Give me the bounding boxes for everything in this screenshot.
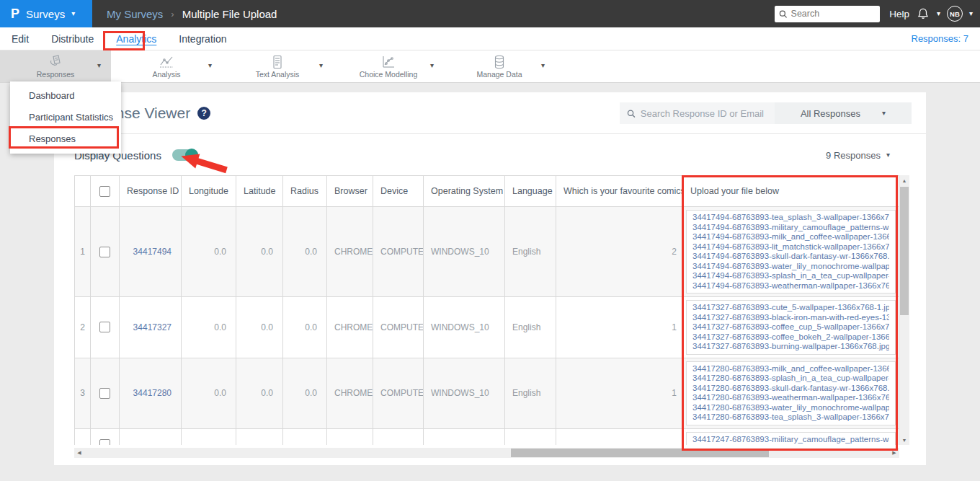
scroll-up-icon[interactable]: ▲ [899, 175, 909, 185]
response-filter-dropdown[interactable]: All Responses ▾ [775, 102, 912, 124]
tab-edit[interactable]: Edit [12, 33, 29, 45]
file-link[interactable]: 34417327-68763893-coffee_bokeh_2-wallpap… [692, 332, 889, 343]
breadcrumb-my-surveys[interactable]: My Surveys [107, 8, 163, 20]
file-link[interactable]: 34417494-68763893-water_lily_monochrome-… [692, 262, 889, 272]
column-header-operating-system[interactable]: Operating System [424, 176, 505, 206]
file-link[interactable]: 34417327-68763893-burning-wallpaper-1366… [692, 342, 889, 352]
file-link[interactable]: 34417247-68763893-military_camouflage_pa… [692, 435, 889, 445]
column-header-label: Radius [290, 186, 318, 196]
response-id-link[interactable]: 34417494 [120, 207, 182, 296]
notifications-bell-icon[interactable] [916, 6, 930, 21]
column-header-longitude[interactable]: Longitude [182, 176, 236, 206]
vertical-scrollbar[interactable]: ▲ ▼ [899, 175, 909, 445]
response-id-link[interactable]: 34417280 [120, 358, 182, 428]
file-link[interactable]: 34417280-68763893-milk_and_coffee-wallpa… [692, 364, 889, 374]
responses-count-dropdown[interactable]: 9 Responses ▾ [826, 150, 890, 161]
file-link[interactable]: 34417494-68763893-skull-dark-fantasy-wr-… [692, 252, 889, 262]
file-link[interactable]: 34417494-68763893-tea_splash_3-wallpaper… [692, 213, 889, 223]
column-header-latitude[interactable]: Latitude [236, 176, 283, 206]
chevron-down-icon[interactable]: ▾ [97, 61, 101, 69]
column-header-radius[interactable]: Radius [283, 176, 327, 206]
column-header-browser[interactable]: Browser [327, 176, 373, 206]
column-header-label: Longitude [189, 186, 228, 196]
file-link[interactable]: 34417280-68763893-weatherman-wallpaper-1… [692, 393, 889, 403]
responses-table: Response ID▲LongitudeLatitudeRadiusBrows… [74, 175, 899, 445]
scroll-down-icon[interactable]: ▼ [899, 435, 909, 445]
chevron-down-icon[interactable]: ▾ [430, 61, 434, 69]
column-header-language[interactable]: Language [505, 176, 556, 206]
chevron-down-icon: ▾ [886, 151, 890, 159]
uploaded-files-cell: 34417247-68763893-military_camouflage_pa… [683, 429, 899, 446]
column-header-response-id[interactable]: Response ID▲ [120, 176, 182, 206]
file-link[interactable]: 34417280-68763893-water_lily_monochrome-… [692, 403, 889, 413]
cell-language: English [505, 358, 556, 428]
response-id-link[interactable] [120, 429, 182, 446]
chevron-down-icon[interactable]: ▾ [969, 10, 973, 17]
file-link[interactable]: 34417327-68763893-coffee_cup_5-wallpaper… [692, 322, 889, 332]
file-link[interactable]: 34417327-68763893-black-iron-man-with-re… [692, 313, 889, 323]
toolbar-item-text-analysis[interactable]: Text Analysis▾ [222, 50, 333, 82]
scroll-left-icon[interactable]: ◀ [74, 448, 84, 458]
column-header-label: Latitude [244, 186, 275, 196]
global-search[interactable] [775, 6, 880, 22]
column-header-label: Language [512, 186, 553, 196]
response-id-link[interactable]: 34417327 [120, 297, 182, 358]
chevron-down-icon[interactable]: ▾ [208, 61, 212, 69]
horizontal-scroll-thumb[interactable] [511, 449, 769, 457]
chevron-down-icon[interactable]: ▾ [541, 61, 545, 69]
column-header-upload-your-file-below[interactable]: Upload your file below [683, 176, 899, 206]
file-link[interactable]: 34417494-68763893-splash_in_a_tea_cup-wa… [692, 271, 889, 281]
cell-language: English [505, 207, 556, 296]
toggle-knob [185, 149, 198, 162]
column-header-device[interactable]: Device [373, 176, 424, 206]
responses-menu: DashboardParticipant StatisticsResponses [10, 81, 121, 154]
file-link[interactable]: 34417280-68763893-skull-dark-fantasy-wr-… [692, 384, 889, 394]
row-checkbox[interactable] [99, 247, 110, 257]
menu-item-dashboard[interactable]: Dashboard [10, 85, 121, 107]
uploaded-files-cell: 34417280-68763893-milk_and_coffee-wallpa… [683, 358, 899, 428]
help-link[interactable]: Help [889, 9, 909, 19]
chevron-down-icon[interactable]: ▾ [319, 61, 323, 69]
row-checkbox[interactable] [99, 388, 110, 399]
choice-modelling-icon [380, 54, 397, 69]
chevron-down-icon[interactable]: ▾ [937, 10, 940, 17]
tab-distribute[interactable]: Distribute [51, 33, 94, 45]
menu-item-responses[interactable]: Responses [10, 128, 121, 150]
horizontal-scrollbar[interactable]: ◀ ▶ [74, 448, 899, 458]
text-analysis-icon [270, 54, 285, 69]
select-all-checkbox[interactable] [99, 186, 110, 197]
toolbar-item-manage-data[interactable]: Manage Data▾ [444, 50, 555, 82]
scroll-right-icon[interactable]: ▶ [889, 448, 899, 458]
vertical-scroll-thumb[interactable] [900, 187, 909, 315]
toolbar-item-analysis[interactable]: Analysis▾ [111, 50, 222, 82]
tab-analytics[interactable]: Analytics [116, 33, 156, 45]
response-search[interactable] [620, 102, 775, 124]
uploaded-files-list: 34417280-68763893-milk_and_coffee-wallpa… [686, 361, 896, 425]
toolbar-item-responses[interactable]: Responses▾ [0, 50, 111, 82]
row-checkbox[interactable] [99, 439, 110, 446]
file-link[interactable]: 34417494-68763893-weatherman-wallpaper-1… [692, 281, 889, 291]
file-link[interactable]: 34417494-68763893-milk_and_coffee-wallpa… [692, 232, 889, 242]
column-header-label: Device [380, 186, 408, 196]
menu-item-participant-statistics[interactable]: Participant Statistics [10, 107, 121, 128]
cell-device [373, 429, 424, 446]
help-icon[interactable]: ? [197, 107, 210, 120]
row-checkbox[interactable] [99, 322, 110, 332]
file-link[interactable]: 34417327-68763893-cute_5-wallpaper-1366x… [692, 303, 889, 313]
file-link[interactable]: 34417494-68763893-lit_matchstick-wallpap… [692, 242, 889, 252]
tab-integration[interactable]: Integration [179, 33, 226, 45]
avatar[interactable]: NB [947, 6, 963, 22]
file-link[interactable]: 34417247-68763893-splash_in_a_tea_cup-wa… [692, 444, 889, 445]
app-switcher[interactable]: P Surveys ▾ [0, 0, 92, 27]
response-search-input[interactable] [641, 108, 767, 119]
file-link[interactable]: 34417280-68763893-splash_in_a_tea_cup-wa… [692, 374, 889, 384]
column-header-which-is-your-favourite-comics-[interactable]: Which is your favourite comics? [556, 176, 683, 206]
file-link[interactable]: 34417280-68763893-tea_splash_3-wallpaper… [692, 412, 889, 423]
display-questions-toggle[interactable] [172, 149, 198, 161]
cell-browser: CHROME [327, 207, 373, 296]
cell-radius [283, 429, 327, 446]
toolbar-item-choice-modelling[interactable]: Choice Modelling▾ [333, 50, 444, 82]
global-search-input[interactable] [791, 9, 876, 19]
file-link[interactable]: 34417494-68763893-military_camouflage_pa… [692, 223, 889, 233]
row-number: 2 [75, 297, 91, 358]
